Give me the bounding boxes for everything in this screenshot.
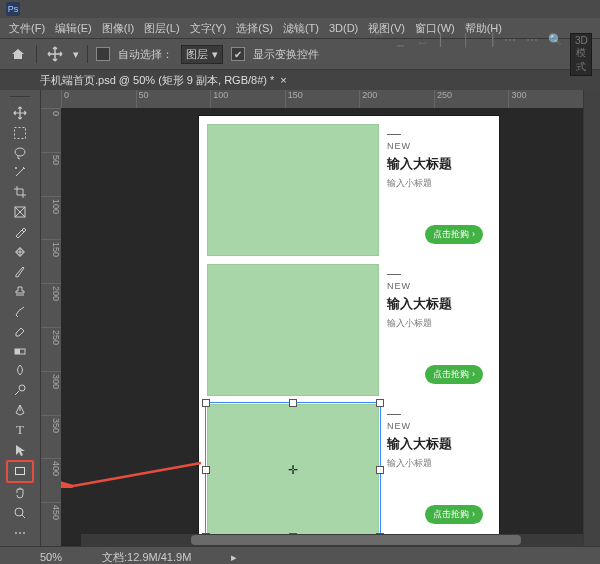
chevron-right-icon: ›: [472, 509, 475, 519]
menu-edit[interactable]: 编辑(E): [52, 19, 95, 38]
toolbar-collapse-icon[interactable]: [10, 96, 30, 103]
horizontal-scrollbar[interactable]: [81, 534, 583, 546]
svg-rect-3: [15, 207, 25, 217]
menu-image[interactable]: 图像(I): [99, 19, 137, 38]
lasso-tool[interactable]: [8, 143, 32, 162]
svg-rect-8: [16, 468, 25, 475]
hand-tool[interactable]: [8, 484, 32, 503]
zoom-level[interactable]: 50%: [40, 551, 62, 563]
ruler-tick: 0: [61, 90, 136, 108]
align-vcenter-icon[interactable]: ⎯: [394, 33, 406, 76]
svg-line-11: [73, 463, 201, 486]
card-title: 输入大标题: [387, 435, 483, 453]
menu-3d[interactable]: 3D(D): [326, 20, 361, 36]
type-tool[interactable]: T: [8, 420, 32, 439]
distribute-h-icon[interactable]: ⋯: [504, 33, 516, 76]
right-panel-collapsed[interactable]: [583, 90, 600, 546]
annotation-arrow: [61, 438, 206, 488]
move-tool[interactable]: [8, 104, 32, 123]
chevron-right-icon[interactable]: ▸: [231, 551, 237, 564]
rectangle-shape-tool[interactable]: [6, 460, 34, 483]
menu-select[interactable]: 选择(S): [233, 19, 276, 38]
gradient-tool[interactable]: [8, 341, 32, 360]
dodge-tool[interactable]: [8, 381, 32, 400]
eyedropper-tool[interactable]: [8, 222, 32, 241]
zoom-tool[interactable]: [8, 504, 32, 523]
ruler-tick: 300: [41, 371, 61, 415]
alignment-icons: ⎴ ⎯ ⎵ ▏ │ ▕ ⋯ ⋯ 🔍 3D 模式: [372, 33, 592, 76]
card-body: NEW 输入大标题 输入小标题 点击抢购 ›: [379, 264, 491, 394]
auto-select-checkbox[interactable]: [96, 47, 110, 61]
align-bottom-icon[interactable]: ⎵: [416, 33, 428, 76]
magic-wand-tool[interactable]: [8, 163, 32, 182]
history-brush-tool[interactable]: [8, 302, 32, 321]
chevron-right-icon: ›: [472, 369, 475, 379]
new-label: NEW: [387, 281, 483, 291]
toolbar: T ⋯: [0, 90, 41, 546]
chevron-down-icon: ▾: [212, 48, 218, 61]
auto-select-label: 自动选择：: [118, 47, 173, 62]
card-image-placeholder: [207, 264, 379, 396]
cta-button[interactable]: 点击抢购 ›: [425, 225, 483, 244]
card-title: 输入大标题: [387, 295, 483, 313]
eraser-tool[interactable]: [8, 321, 32, 340]
crop-tool[interactable]: [8, 183, 32, 202]
statusbar: 50% 文档:12.9M/41.9M ▸: [0, 546, 600, 564]
card-body: NEW 输入大标题 输入小标题 点击抢购 ›: [379, 124, 491, 254]
svg-rect-6: [15, 349, 20, 354]
align-left-icon[interactable]: ▏: [438, 33, 450, 76]
healing-tool[interactable]: [8, 242, 32, 261]
artboard: NEW 输入大标题 输入小标题 点击抢购 › NEW: [199, 116, 499, 536]
menu-layer[interactable]: 图层(L): [141, 19, 182, 38]
canvas-area[interactable]: 0 50 100 150 200 250 300 0 50 100 150 20…: [41, 90, 583, 546]
menu-filter[interactable]: 滤镜(T): [280, 19, 322, 38]
product-card: NEW 输入大标题 输入小标题 点击抢购 ›: [207, 404, 491, 534]
path-select-tool[interactable]: [8, 440, 32, 459]
show-transform-checkbox[interactable]: ✔: [231, 47, 245, 61]
ruler-tick: 150: [41, 239, 61, 283]
auto-select-mode-dropdown[interactable]: 图层 ▾: [181, 45, 223, 64]
brush-tool[interactable]: [8, 262, 32, 281]
ruler-tick: 300: [508, 90, 583, 108]
card-image-placeholder: [207, 404, 379, 536]
ruler-tick: 400: [41, 458, 61, 502]
card-subtitle: 输入小标题: [387, 317, 483, 330]
frame-tool[interactable]: [8, 203, 32, 222]
stamp-tool[interactable]: [8, 282, 32, 301]
accent-line: [387, 134, 401, 135]
move-tool-icon[interactable]: [45, 44, 65, 64]
card-subtitle: 输入小标题: [387, 457, 483, 470]
app-titlebar: Ps: [0, 0, 600, 18]
marquee-tool[interactable]: [8, 123, 32, 142]
menu-type[interactable]: 文字(Y): [187, 19, 230, 38]
align-top-icon[interactable]: ⎴: [372, 33, 384, 76]
product-card: NEW 输入大标题 输入小标题 点击抢购 ›: [207, 124, 491, 254]
cta-button[interactable]: 点击抢购 ›: [425, 365, 483, 384]
dropdown-value: 图层: [186, 47, 208, 62]
chevron-down-icon[interactable]: ▾: [73, 48, 79, 61]
svg-rect-0: [15, 127, 26, 138]
ruler-tick: 0: [41, 108, 61, 152]
pen-tool[interactable]: [8, 401, 32, 420]
svg-point-1: [15, 148, 25, 156]
toolbar-more-icon[interactable]: ⋯: [8, 523, 32, 542]
ruler-tick: 250: [41, 327, 61, 371]
search-icon[interactable]: 🔍: [548, 33, 560, 76]
ruler-vertical: 0 50 100 150 200 250 300 350 400 450: [41, 108, 62, 546]
align-hcenter-icon[interactable]: │: [460, 33, 472, 76]
close-tab-icon[interactable]: ×: [280, 74, 286, 86]
card-image-placeholder: [207, 124, 379, 256]
document-tab[interactable]: 手机端首页.psd @ 50% (矩形 9 副本, RGB/8#) *: [40, 73, 274, 88]
ruler-tick: 50: [136, 90, 211, 108]
menu-file[interactable]: 文件(F): [6, 19, 48, 38]
show-transform-label: 显示变换控件: [253, 47, 319, 62]
ruler-corner: [41, 90, 61, 108]
scrollbar-thumb[interactable]: [191, 535, 521, 545]
mode-3d-button[interactable]: 3D 模式: [570, 33, 592, 76]
cta-button[interactable]: 点击抢购 ›: [425, 505, 483, 524]
blur-tool[interactable]: [8, 361, 32, 380]
more-icon[interactable]: ⋯: [526, 33, 538, 76]
align-right-icon[interactable]: ▕: [482, 33, 494, 76]
home-icon[interactable]: [8, 44, 28, 64]
accent-line: [387, 414, 401, 415]
